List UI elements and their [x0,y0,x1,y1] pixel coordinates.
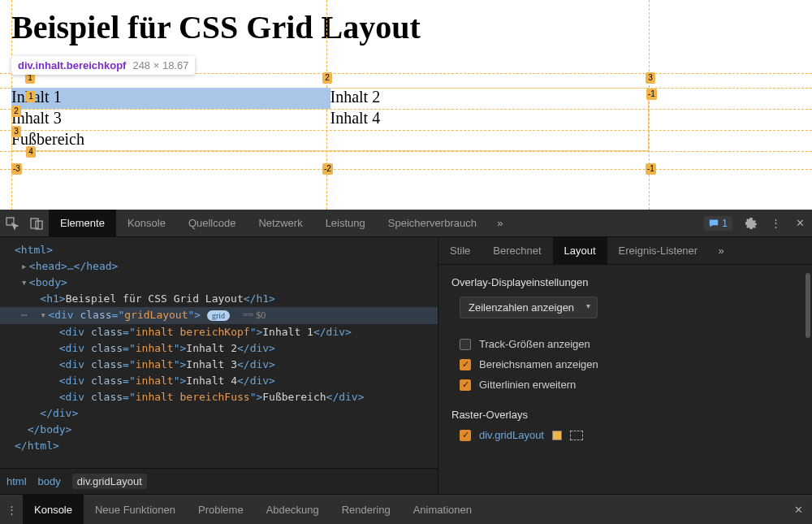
page-title: Beispiel für CSS Grid Layout [0,0,812,46]
settings-icon[interactable] [739,210,763,237]
elements-dom-panel: <html> ▸<head>…</head> ▾<body> <h1>Beisp… [0,237,438,494]
breadcrumb-item-current[interactable]: div.gridLayout [72,474,147,489]
kebab-menu-icon[interactable]: ⋮ [763,210,788,237]
grid-overlays-heading: Raster-Overlays [451,409,799,421]
dom-breadcrumb: html body div.gridLayout [0,468,438,494]
drawer-tab-coverage[interactable]: Abdeckung [255,495,330,525]
grid-cell: Inhalt 4 [330,109,650,130]
overlay-settings-heading: Overlay-Displayeinstellungen [451,276,799,288]
messages-count: 1 [722,218,728,229]
checkbox-icon[interactable] [460,430,471,441]
option-area-names[interactable]: Bereichsnamen anzeigen [460,358,799,370]
grid-col-badge-neg: -3 [11,163,22,175]
option-track-sizes[interactable]: Track-Größen anzeigen [460,338,799,350]
grid-overlay-item[interactable]: div.gridLayout [460,429,799,441]
dom-selected-line[interactable]: ⋯ ▾<div class="gridLayout"> grid == $0 [0,307,438,324]
grid-cell: Inhalt 3 [11,109,330,130]
grid-row-badge: 1 [26,91,36,102]
devtools-main: <html> ▸<head>…</head> ▾<body> <h1>Beisp… [0,237,812,494]
grid-cell: Inhalt 1 [11,88,330,109]
option-label: Bereichsnamen anzeigen [479,358,598,370]
devtools-panel: Elemente Konsole Quellcode Netzwerk Leis… [0,210,812,524]
grid-row-badge: 3 [11,126,21,137]
checkbox-icon[interactable] [460,339,471,350]
grid-guide [649,0,650,210]
drawer-tab-issues[interactable]: Probleme [187,495,255,525]
option-label: Gitterlinien erweitern [479,379,576,391]
devtools-top-tabs: Elemente Konsole Quellcode Netzwerk Leis… [0,210,812,237]
drawer-tab-animations[interactable]: Animationen [402,495,483,525]
checkbox-icon[interactable] [460,379,471,391]
overlay-color-swatch[interactable] [552,431,562,440]
tooltip-dimensions: 248 × 18.67 [132,59,188,71]
device-toolbar-icon[interactable] [24,210,49,237]
drawer-kebab-icon[interactable]: ⋮ [0,504,23,516]
grid-row-badge: 4 [26,146,36,158]
drawer-tab-console[interactable]: Konsole [23,495,84,525]
grid-cell: Inhalt 2 [330,88,650,109]
element-inspect-tooltip: div.inhalt.bereichkopf248 × 18.67 [11,56,195,75]
grid-col-badge-neg: -1 [646,163,656,175]
overlay-dashed-icon[interactable] [570,431,583,440]
tab-performance[interactable]: Leistung [314,210,377,237]
grid-col-badge: 3 [646,72,655,84]
drawer-close-icon[interactable]: ✕ [784,504,812,516]
tab-sources[interactable]: Quellcode [177,210,248,237]
grid-guide [0,169,812,170]
drawer-tab-whatsnew[interactable]: Neue Funktionen [84,495,187,525]
layout-pane: Overlay-Displayeinstellungen Zeilenzahle… [438,265,812,494]
tooltip-classes: .inhalt.bereichkopf [32,59,127,71]
grid-col-badge: 2 [322,72,332,84]
devtools-drawer: ⋮ Konsole Neue Funktionen Probleme Abdec… [0,494,812,524]
page-viewport: Beispiel für CSS Grid Layout div.inhalt.… [0,0,812,210]
messages-badge[interactable]: 1 [704,216,732,231]
tab-console[interactable]: Konsole [116,210,177,237]
side-more-tabs-icon[interactable]: » [709,237,733,265]
option-extend-gridlines[interactable]: Gitterlinien erweitern [460,379,799,391]
side-tab-listeners[interactable]: Ereignis-Listener [607,237,710,265]
drawer-tab-rendering[interactable]: Rendering [330,495,402,525]
grid-cell-footer: Fußbereich [11,130,649,151]
tab-memory[interactable]: Speicherverbrauch [377,210,488,237]
side-tab-computed[interactable]: Berechnet [482,237,552,265]
tooltip-tag: div [18,59,32,71]
scrollbar[interactable] [806,273,810,338]
elements-side-panel: Stile Berechnet Layout Ereignis-Listener… [438,237,812,494]
grid-pill[interactable]: grid [207,310,230,321]
side-tabs: Stile Berechnet Layout Ereignis-Listener… [438,237,812,265]
grid-row-badge: 2 [11,106,21,117]
breadcrumb-item[interactable]: html [6,475,27,487]
side-tab-styles[interactable]: Stile [438,237,482,265]
grid-col-badge-neg: -2 [322,163,333,175]
dom-tree[interactable]: <html> ▸<head>…</head> ▾<body> <h1>Beisp… [0,237,438,468]
tab-elements[interactable]: Elemente [49,210,116,237]
side-tab-layout[interactable]: Layout [553,237,607,265]
checkbox-icon[interactable] [460,359,471,370]
breadcrumb-item[interactable]: body [38,475,61,487]
line-numbers-dropdown[interactable]: Zeilenzahlen anzeigen [460,297,598,318]
svg-rect-1 [31,219,38,228]
inspect-element-icon[interactable] [0,210,24,237]
grid-overlay-selector[interactable]: div.gridLayout [479,429,544,441]
close-devtools-icon[interactable]: ✕ [788,210,812,237]
rendered-grid: Inhalt 1 Inhalt 2 Inhalt 3 Inhalt 4 Fußb… [11,88,649,153]
option-label: Track-Größen anzeigen [479,338,590,350]
more-tabs-icon[interactable]: » [488,210,512,237]
grid-col-badge-neg: -1 [646,89,657,100]
tab-network[interactable]: Netzwerk [247,210,313,237]
